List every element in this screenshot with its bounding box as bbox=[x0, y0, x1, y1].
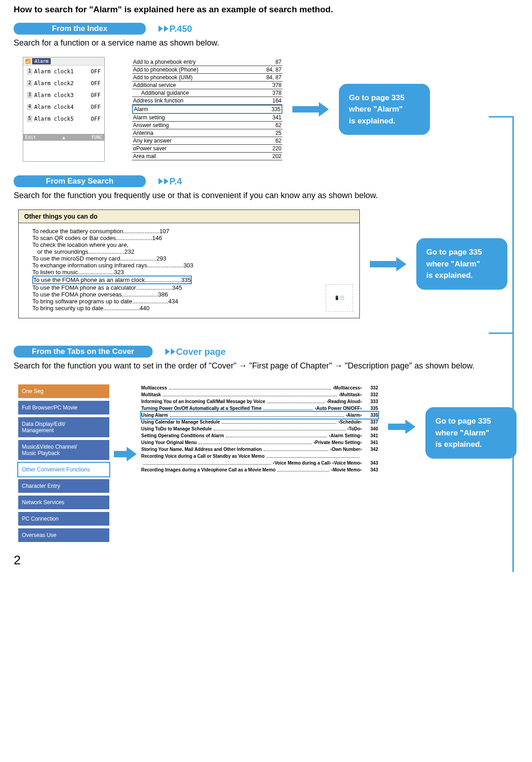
dots: ...................... bbox=[145, 276, 181, 283]
cover-tab[interactable]: Network Services bbox=[18, 496, 109, 509]
index-key: Add to phonebook (Phone) bbox=[133, 66, 198, 73]
dots bbox=[214, 424, 346, 430]
dots bbox=[226, 430, 327, 437]
index-row: Answer setting62 bbox=[132, 122, 282, 129]
easy-box-title: Other things you can do bbox=[19, 210, 359, 223]
chapter-title: Storing Your Name, Mail Address and Othe… bbox=[141, 446, 262, 453]
index-table: Add to a phonebook entry87Add to phonebo… bbox=[132, 58, 282, 160]
dots bbox=[267, 396, 325, 403]
cover-tab[interactable]: Overseas Use bbox=[18, 528, 109, 542]
arrow-right-icon bbox=[292, 103, 329, 115]
easy-line-page-tag: 440 bbox=[140, 305, 150, 312]
index-page: 164 bbox=[272, 97, 281, 104]
easy-search-line: To reduce the battery consumption ......… bbox=[32, 228, 353, 235]
index-page: 87 bbox=[276, 59, 281, 65]
alarm-label: Alarm clock4 bbox=[34, 104, 74, 110]
cover-tab[interactable]: PC Connection bbox=[18, 512, 109, 526]
softkey-right: FUNC bbox=[92, 135, 102, 140]
index-row: Alarm335 bbox=[132, 105, 282, 114]
index-page: 378 bbox=[272, 82, 281, 88]
callout-line3: is explained. bbox=[426, 270, 497, 281]
easy-search-line: To scan QR codes or Bar codes ..........… bbox=[32, 235, 353, 241]
dots: ...................... bbox=[132, 298, 168, 305]
from-cover-pill: From the Tabs on the Cover bbox=[14, 346, 153, 358]
chapter-page: 333 bbox=[364, 398, 378, 405]
index-key: Add to a phonebook entry bbox=[133, 59, 195, 65]
cover-tab[interactable]: One Seg bbox=[18, 384, 109, 398]
connector-line bbox=[489, 332, 514, 334]
phone-screenshot: 📶 Alarm 1Alarm clock1OFF2Alarm clock2OFF… bbox=[23, 57, 105, 162]
easy-search-line: or the surroundings ....................… bbox=[32, 248, 353, 255]
index-page: 341 bbox=[272, 114, 281, 121]
easy-search-line: To use the microSD memory card .........… bbox=[32, 255, 353, 262]
chapter-title: Using Alarm bbox=[141, 412, 168, 419]
easy-line-page-tag: 323 bbox=[114, 269, 124, 276]
chapter-row: Recording Images during a Videophone Cal… bbox=[141, 466, 378, 473]
dots bbox=[199, 437, 312, 444]
index-row: Address link function164 bbox=[132, 97, 282, 105]
chapter-page: 335 bbox=[364, 412, 378, 419]
chapter-row: Informing You of an Incoming Call/Mail M… bbox=[141, 398, 378, 405]
index-key: Area mail bbox=[133, 153, 156, 159]
chapter-page: 332 bbox=[364, 384, 378, 391]
dots: ...................... bbox=[147, 262, 183, 269]
from-index-content: 📶 Alarm 1Alarm clock1OFF2Alarm clock2OFF… bbox=[14, 57, 518, 162]
cover-tab[interactable]: Music&Video Channel/ Music Playback bbox=[18, 440, 109, 460]
index-key: αPower saver bbox=[133, 145, 167, 152]
from-easy-subhead: Search for the function you frequently u… bbox=[14, 191, 518, 200]
index-key: Antenna bbox=[133, 130, 153, 136]
arrow-right-icon bbox=[114, 448, 137, 460]
chapter-title: Using Your Original Menu bbox=[141, 439, 197, 446]
chapter-tag: ‹Movie Memo› bbox=[331, 466, 362, 473]
index-row: Any key answer62 bbox=[132, 137, 282, 145]
chapter-title: Informing You of an Incoming Call/Mail M… bbox=[141, 398, 265, 405]
dots bbox=[263, 403, 313, 410]
easy-line-desc: To use the FOMA phone as an alarm clock bbox=[33, 276, 145, 283]
from-easy-page-ref-text: P.4 bbox=[169, 176, 182, 187]
phone-alarm-row: 4Alarm clock4OFF bbox=[23, 101, 104, 113]
phone-title-tab: Alarm bbox=[32, 58, 51, 64]
cover-tab[interactable]: Character Entry bbox=[18, 479, 109, 493]
easy-line-desc: To check the location where you are, bbox=[32, 241, 128, 248]
dots bbox=[264, 444, 328, 451]
softkey-left: Edit bbox=[25, 135, 36, 140]
chapter-page: 343 bbox=[364, 460, 378, 466]
dots bbox=[163, 389, 337, 396]
alarm-label: Alarm clock1 bbox=[34, 68, 74, 75]
chapter-tag: ‹Alarm› bbox=[346, 412, 362, 419]
callout-line2: where "Alarm" bbox=[349, 103, 420, 115]
easy-line-page-tag: 345 bbox=[172, 284, 182, 291]
index-key: Additional guidance bbox=[133, 90, 189, 96]
connector-line bbox=[512, 116, 514, 572]
phone-alarm-row: 2Alarm clock2OFF bbox=[23, 77, 104, 89]
alarm-state: OFF bbox=[91, 80, 101, 87]
chapter-page: 335 bbox=[364, 405, 378, 412]
index-page: 378 bbox=[272, 90, 281, 96]
dots bbox=[266, 451, 360, 458]
triangle-icon bbox=[171, 348, 175, 355]
chapter-page: 340 bbox=[364, 425, 378, 432]
from-cover-page-ref-text: Cover page bbox=[176, 347, 226, 357]
triangle-icon bbox=[165, 348, 170, 355]
row-number: 4 bbox=[27, 104, 32, 110]
cover-tab[interactable]: Full Browser/PC Movie bbox=[18, 401, 109, 414]
easy-search-line: To use the FOMA phone overseas .........… bbox=[32, 291, 353, 298]
cover-tab[interactable]: Data Display/Edit/ Management bbox=[18, 417, 109, 437]
cover-tab[interactable]: Other Convenient Functions bbox=[18, 463, 109, 476]
dots bbox=[169, 383, 331, 389]
callout-line1: Go to page 335 bbox=[435, 415, 506, 427]
from-easy-pill: From Easy Search bbox=[14, 175, 146, 187]
easy-search-box: Other things you can do To reduce the ba… bbox=[18, 210, 360, 318]
dots bbox=[170, 410, 344, 417]
callout-goto-335: Go to page 335 where "Alarm" is explaine… bbox=[416, 238, 507, 290]
index-row: Additional guidance378 bbox=[132, 89, 282, 97]
index-page: 84, 87 bbox=[266, 74, 281, 81]
arrow-right-icon bbox=[388, 421, 415, 433]
easy-search-line: To exchange information using infrared r… bbox=[32, 262, 353, 269]
index-row: Area mail202 bbox=[132, 153, 282, 160]
connector-line bbox=[489, 116, 514, 118]
index-row: Antenna25 bbox=[132, 129, 282, 137]
cover-tabs-list: One SegFull Browser/PC MovieData Display… bbox=[18, 384, 109, 545]
alarm-state: OFF bbox=[91, 116, 101, 122]
easy-line-desc: To exchange information using infrared r… bbox=[32, 262, 147, 269]
